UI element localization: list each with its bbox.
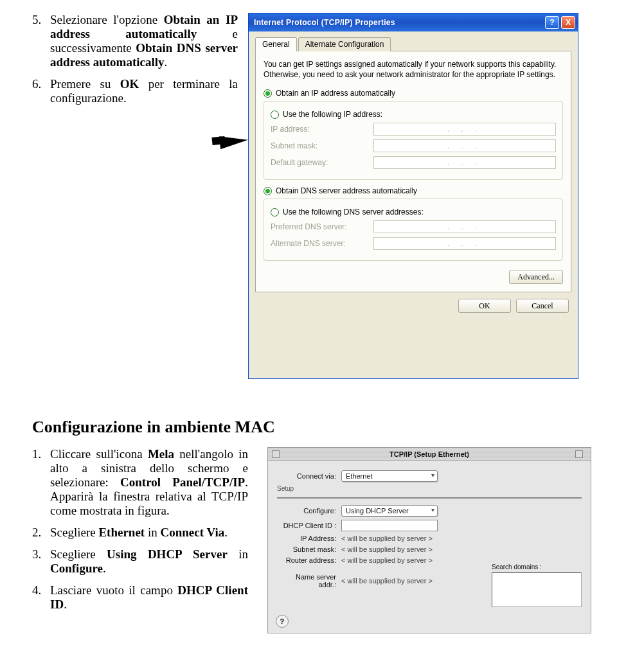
mac-dialog-title: TCP/IP (Setup Ethernet) bbox=[283, 450, 575, 458]
dialog-title: Internet Protocol (TCP/IP) Properties bbox=[251, 18, 543, 27]
radio-dot-icon bbox=[264, 89, 272, 98]
pointer-arrow-head bbox=[219, 134, 249, 149]
radio-dot-icon bbox=[271, 208, 279, 217]
help-icon[interactable]: ? bbox=[276, 615, 289, 628]
instruction-5: 5. Selezionare l'opzione Obtain an IP ad… bbox=[32, 13, 238, 69]
radio-use-following-dns[interactable]: Use the following DNS server addresses: bbox=[271, 208, 556, 217]
label-setup: Setup bbox=[277, 485, 582, 492]
tab-alternate-configuration[interactable]: Alternate Configuration bbox=[298, 37, 391, 51]
mac-titlebar: TCP/IP (Setup Ethernet) bbox=[268, 448, 591, 461]
radio-dot-icon bbox=[264, 187, 272, 195]
label-subnet-mask: Subnet mask: bbox=[277, 545, 341, 553]
label-ip-address: IP Address: bbox=[277, 535, 341, 542]
alternate-dns-field[interactable]: . . . bbox=[373, 237, 556, 250]
value-ip-address: < will be supplied by server > bbox=[341, 535, 433, 542]
label-default-gateway: Default gateway: bbox=[271, 158, 373, 167]
radio-obtain-ip-auto[interactable]: Obtain an IP address automatically bbox=[264, 89, 563, 98]
dhcp-client-id-field[interactable] bbox=[341, 520, 438, 531]
item-number: 5. bbox=[32, 13, 50, 69]
label-search-domains: Search domains : bbox=[492, 563, 582, 570]
cancel-button[interactable]: Cancel bbox=[516, 299, 569, 313]
mac-tcpip-dialog: TCP/IP (Setup Ethernet) Connect via: Eth… bbox=[267, 447, 591, 633]
label-preferred-dns: Preferred DNS server: bbox=[271, 222, 373, 231]
default-gateway-field[interactable]: . . . bbox=[373, 156, 556, 169]
value-router-address: < will be supplied by server > bbox=[341, 556, 433, 564]
tab-general[interactable]: General bbox=[255, 37, 297, 51]
label-router-address: Router address: bbox=[277, 556, 341, 564]
ip-address-field[interactable]: . . . bbox=[373, 123, 556, 136]
subnet-mask-field[interactable]: . . . bbox=[373, 139, 556, 152]
label-alternate-dns: Alternate DNS server: bbox=[271, 239, 373, 248]
search-domains-field[interactable] bbox=[492, 572, 582, 607]
ok-button[interactable]: OK bbox=[458, 299, 511, 313]
label-connect-via: Connect via: bbox=[277, 472, 341, 480]
connect-via-select[interactable]: Ethernet bbox=[341, 470, 438, 482]
close-button[interactable]: X bbox=[561, 16, 575, 29]
mac-zoom-box-icon[interactable] bbox=[575, 450, 583, 458]
label-subnet-mask: Subnet mask: bbox=[271, 141, 373, 150]
tcpip-properties-dialog: Internet Protocol (TCP/IP) Properties ? … bbox=[248, 13, 578, 379]
preferred-dns-field[interactable]: . . . bbox=[373, 220, 556, 233]
mac-instruction-3: 3. Scegliere Using DHCP Server in Config… bbox=[32, 547, 248, 576]
mac-instruction-4: 4. Lasciare vuoto il campo DHCP Client I… bbox=[32, 583, 248, 612]
label-configure: Configure: bbox=[277, 507, 341, 515]
label-ip-address: IP address: bbox=[271, 125, 373, 134]
radio-use-following-ip[interactable]: Use the following IP address: bbox=[271, 110, 556, 119]
dialog-titlebar: Internet Protocol (TCP/IP) Properties ? … bbox=[249, 13, 578, 31]
value-name-server: < will be supplied by server > bbox=[341, 577, 433, 585]
item-number: 6. bbox=[32, 77, 50, 105]
label-dhcp-client-id: DHCP Client ID : bbox=[277, 522, 341, 529]
radio-obtain-dns-auto[interactable]: Obtain DNS server address automatically bbox=[264, 186, 563, 195]
divider bbox=[277, 497, 582, 499]
description-text: You can get IP settings assigned automat… bbox=[264, 59, 563, 80]
mac-instruction-1: 1. Cliccare sull'icona Mela nell'angolo … bbox=[32, 447, 248, 518]
value-subnet-mask: < will be supplied by server > bbox=[341, 545, 433, 553]
configure-select[interactable]: Using DHCP Server bbox=[341, 505, 438, 517]
radio-dot-icon bbox=[271, 111, 279, 119]
mac-instruction-2: 2. Scegliere Ethernet in Connect Via. bbox=[32, 526, 248, 540]
section-heading-mac: Configurazione in ambiente MAC bbox=[32, 418, 591, 437]
instruction-6: 6. Premere su OK per terminare la config… bbox=[32, 77, 238, 105]
advanced-button[interactable]: Advanced... bbox=[509, 270, 563, 284]
label-name-server: Name server addr.: bbox=[277, 573, 341, 588]
mac-close-box-icon[interactable] bbox=[272, 450, 280, 458]
tab-strip: General Alternate Configuration bbox=[255, 37, 571, 51]
help-button[interactable]: ? bbox=[545, 16, 559, 29]
